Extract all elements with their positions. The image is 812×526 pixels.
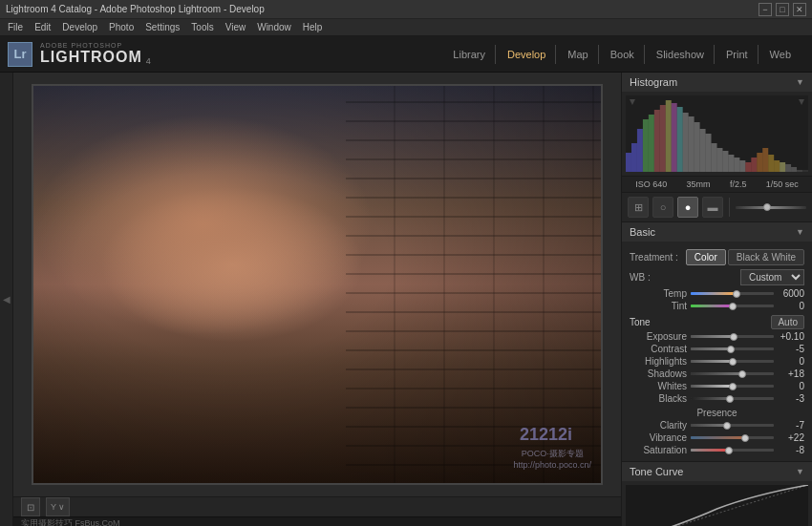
svg-rect-29 [791, 167, 797, 172]
tab-slideshow[interactable]: Slideshow [647, 45, 715, 64]
wb-select[interactable]: Custom As Shot Daylight Cloudy [740, 269, 804, 285]
svg-rect-19 [734, 158, 739, 172]
spot-removal-tool[interactable]: ○ [652, 197, 673, 218]
minimize-button[interactable]: − [759, 3, 772, 16]
window-controls[interactable]: − □ ✕ [759, 3, 806, 16]
menu-edit[interactable]: Edit [34, 22, 51, 32]
tab-web[interactable]: Web [760, 45, 801, 64]
clarity-label: Clarity [630, 420, 687, 431]
tab-book[interactable]: Book [601, 45, 645, 64]
blacks-track[interactable] [691, 397, 774, 400]
menu-tools[interactable]: Tools [191, 22, 213, 32]
svg-rect-4 [649, 115, 654, 172]
crop-overlay-tool[interactable]: ⊞ [628, 197, 649, 218]
temp-label: Temp [630, 288, 687, 299]
svg-rect-1 [631, 143, 637, 172]
treatment-row: Treatment : Color Black & White [630, 249, 804, 265]
tone-curve-preview[interactable] [626, 485, 808, 526]
menu-view[interactable]: View [225, 22, 246, 32]
tone-curve-section: Tone Curve ▼ [622, 462, 812, 526]
menu-photo[interactable]: Photo [109, 22, 134, 32]
contrast-slider-row: Contrast -5 [630, 344, 804, 354]
tone-slider-global[interactable] [736, 206, 806, 209]
tab-library[interactable]: Library [443, 45, 496, 64]
menu-help[interactable]: Help [303, 22, 323, 32]
menu-settings[interactable]: Settings [145, 22, 180, 32]
highlights-track[interactable] [691, 360, 774, 363]
clarity-thumb[interactable] [723, 422, 731, 430]
left-panel-toggle[interactable]: ◀ [3, 294, 11, 305]
vibrance-thumb[interactable] [741, 434, 749, 442]
svg-rect-17 [722, 151, 728, 172]
svg-rect-16 [717, 148, 723, 172]
shutter-value: 1/50 sec [766, 179, 799, 189]
svg-rect-8 [672, 103, 677, 172]
tab-print[interactable]: Print [716, 45, 759, 64]
blacks-thumb[interactable] [726, 395, 734, 403]
tone-curve-header[interactable]: Tone Curve ▼ [622, 462, 812, 481]
temp-thumb[interactable] [733, 290, 740, 298]
tool-separator [729, 198, 730, 217]
whites-value: 0 [778, 381, 804, 391]
iso-value: ISO 640 [635, 179, 667, 189]
exposure-track[interactable] [691, 335, 774, 338]
photo-area: 21212i POCO·摄影专题http://photo.poco.cn/ [13, 73, 621, 496]
saturation-track[interactable] [691, 449, 774, 452]
clarity-value: -7 [778, 420, 804, 431]
red-eye-tool[interactable]: ● [677, 197, 698, 218]
svg-rect-30 [797, 170, 802, 172]
tint-track[interactable] [691, 305, 774, 307]
tint-thumb[interactable] [729, 303, 737, 310]
close-button[interactable]: ✕ [793, 3, 806, 16]
tab-develop[interactable]: Develop [498, 45, 556, 64]
left-panel[interactable]: ◀ [0, 73, 13, 526]
menu-file[interactable]: File [8, 22, 23, 32]
histogram-section: Histogram ▼ [622, 73, 812, 193]
saturation-thumb[interactable] [725, 447, 733, 454]
exposure-thumb[interactable] [730, 333, 737, 341]
menu-develop[interactable]: Develop [62, 22, 97, 32]
whites-slider-row: Whites 0 [630, 381, 804, 391]
photo-frame: 21212i POCO·摄影专题http://photo.poco.cn/ [32, 84, 603, 485]
whites-thumb[interactable] [729, 383, 737, 390]
blacks-fill [691, 397, 730, 400]
treatment-label: Treatment : [630, 252, 678, 263]
bw-treatment-btn[interactable]: Black & White [728, 249, 804, 265]
tab-map[interactable]: Map [558, 45, 598, 64]
vibrance-track[interactable] [691, 436, 774, 439]
temp-value: 6000 [778, 288, 804, 299]
whites-track[interactable] [691, 385, 774, 388]
zoom-label[interactable]: Y ∨ [46, 497, 70, 516]
temp-track[interactable] [691, 292, 774, 295]
auto-tone-btn[interactable]: Auto [771, 315, 804, 329]
crop-tool[interactable]: ⊡ [21, 497, 40, 516]
nav-tabs: Library Develop Map Book Slideshow Print… [443, 45, 801, 64]
highlights-thumb[interactable] [729, 358, 737, 366]
photo-watermark: 21212i [520, 425, 572, 445]
contrast-fill [691, 347, 731, 350]
basic-header[interactable]: Basic ▼ [622, 222, 812, 242]
clarity-track[interactable] [691, 424, 774, 427]
histogram-label: Histogram [630, 76, 677, 88]
clarity-fill [691, 424, 727, 427]
svg-rect-2 [637, 129, 643, 172]
vibrance-fill [691, 436, 745, 439]
tone-label: Tone [630, 317, 651, 327]
histogram-header[interactable]: Histogram ▼ [622, 73, 812, 92]
graduated-filter-tool[interactable]: ▬ [702, 197, 723, 218]
color-treatment-btn[interactable]: Color [686, 249, 726, 265]
shadows-track[interactable] [691, 372, 774, 375]
contrast-thumb[interactable] [727, 346, 735, 353]
svg-rect-15 [712, 143, 717, 172]
basic-content: Treatment : Color Black & White WB : Cus… [622, 242, 812, 461]
tone-row: Tone Auto [630, 315, 804, 329]
contrast-track[interactable] [691, 347, 774, 350]
svg-rect-7 [666, 100, 672, 172]
menu-window[interactable]: Window [257, 22, 291, 32]
shadows-thumb[interactable] [738, 370, 746, 378]
window-title: Lightroom 4 Catalog - Adobe Photoshop Li… [6, 4, 265, 14]
maximize-button[interactable]: □ [776, 3, 789, 16]
svg-rect-12 [694, 122, 700, 172]
exposure-label: Exposure [630, 331, 687, 342]
vibrance-label: Vibrance [630, 432, 687, 443]
